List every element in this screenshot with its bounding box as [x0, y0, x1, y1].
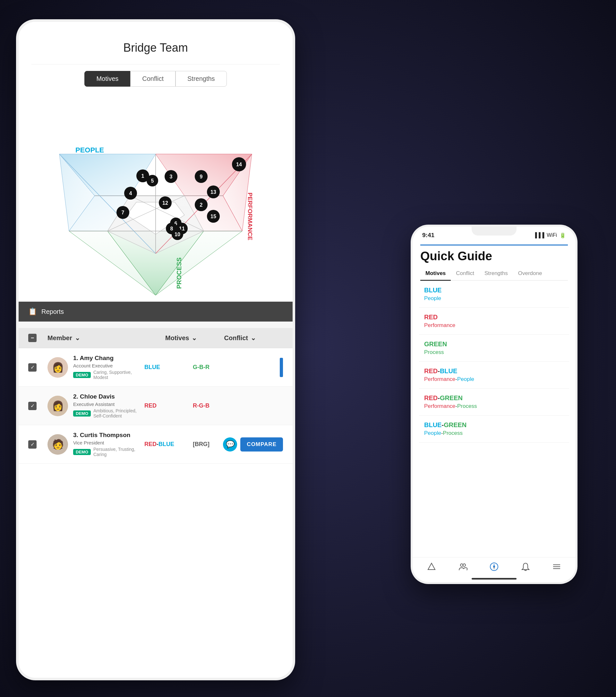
member-table: Member ⌄ Motives ⌄ Conflict ⌄: [19, 328, 292, 678]
svg-text:7: 7: [122, 210, 124, 215]
wifi-icon: WiFi: [547, 232, 557, 238]
tab-motives[interactable]: Motives: [85, 71, 130, 87]
guide-item-red-green[interactable]: RED-GREEN Performance-Process: [419, 389, 569, 416]
table-header: Member ⌄ Motives ⌄ Conflict ⌄: [19, 328, 292, 348]
home-indicator: [471, 578, 516, 580]
svg-text:1: 1: [141, 173, 145, 179]
member-1-traits: Caring, Supportive, Modest: [93, 370, 145, 380]
phone-tab-strengths[interactable]: Strengths: [479, 267, 513, 281]
member-2-info: 👩 2. Chloe Davis Executive Assistant DEM…: [47, 393, 145, 418]
row-2-checkbox[interactable]: [28, 402, 36, 410]
phone-notch: [471, 226, 516, 236]
svg-point-35: [463, 564, 466, 566]
svg-text:13: 13: [210, 189, 216, 195]
process-label: PROCESS: [176, 257, 183, 289]
phone-tab-conflict[interactable]: Conflict: [451, 267, 479, 281]
member-3-name: 3. Curtis Thompson: [73, 432, 145, 439]
tab-strengths[interactable]: Strengths: [176, 71, 227, 87]
member-1-action: [241, 358, 283, 377]
svg-text:8: 8: [170, 226, 173, 232]
guide-red-green-title: RED-GREEN: [424, 395, 564, 402]
phone: 9:41 ▐▐▐ WiFi 🔋 Quick Guide Motives: [411, 225, 577, 584]
svg-text:4: 4: [129, 191, 132, 196]
guide-item-red-blue[interactable]: RED-BLUE Performance-People: [419, 362, 569, 389]
demo-badge-3: DEMO: [73, 449, 91, 455]
page-title: Bridge Team: [19, 35, 292, 55]
scene: Bridge Team Motives Conflict Strengths: [0, 0, 616, 697]
signal-icon: ▐▐▐: [533, 232, 544, 238]
member-1-motives: BLUE: [145, 364, 193, 371]
col-motives[interactable]: Motives ⌄: [165, 334, 224, 342]
col-conflict[interactable]: Conflict ⌄: [224, 334, 283, 342]
chat-icon[interactable]: 💬: [223, 438, 237, 451]
svg-point-37: [493, 566, 495, 568]
motives-sort-icon: ⌄: [192, 334, 197, 342]
reports-label: Reports: [41, 308, 64, 315]
table-row: 👩 2. Chloe Davis Executive Assistant DEM…: [19, 387, 292, 425]
table-row: 🧑 3. Curtis Thompson Vice President DEMO…: [19, 425, 292, 464]
member-sort-icon: ⌄: [75, 334, 80, 342]
guide-red-blue-title: RED-BLUE: [424, 368, 564, 375]
row-1-checkbox[interactable]: [28, 363, 36, 372]
svg-text:12: 12: [162, 200, 168, 206]
svg-text:3: 3: [170, 174, 172, 179]
row-3-checkbox[interactable]: [28, 440, 36, 449]
nav-compass[interactable]: [489, 562, 499, 572]
member-1-info: 👩 1. Amy Chang Account Executive DEMO Ca…: [47, 355, 145, 380]
member-1-name: 1. Amy Chang: [73, 355, 145, 362]
nav-people[interactable]: [458, 562, 467, 572]
compare-button[interactable]: COMPARE: [240, 438, 283, 451]
guide-item-green[interactable]: GREEN Process: [419, 335, 569, 362]
guide-red-sub: Performance: [424, 322, 564, 329]
phone-tabs: Motives Conflict Strengths Overdone: [420, 267, 568, 281]
member-3-action[interactable]: 💬 COMPARE: [241, 438, 283, 451]
phone-time: 9:41: [422, 232, 434, 239]
avatar-curtis: 🧑: [47, 434, 68, 455]
battery-icon: 🔋: [559, 232, 566, 238]
nav-menu[interactable]: [552, 562, 561, 572]
member-2-name: 2. Chloe Davis: [73, 393, 145, 400]
performance-label: PERFORMANCE: [247, 193, 254, 240]
tab-conflict[interactable]: Conflict: [130, 71, 176, 87]
reports-bar[interactable]: 📋 Reports: [19, 302, 292, 322]
phone-signal-icons: ▐▐▐ WiFi 🔋: [533, 232, 566, 238]
col-member[interactable]: Member ⌄: [47, 334, 165, 342]
member-2-title: Executive Assistant: [73, 401, 145, 407]
guide-item-red[interactable]: RED Performance: [419, 308, 569, 335]
member-3-motives: RED-BLUE: [145, 441, 193, 448]
svg-text:2: 2: [200, 202, 203, 208]
phone-content: Quick Guide Motives Conflict Strengths O…: [412, 241, 575, 582]
nav-triangle[interactable]: [427, 562, 436, 572]
svg-text:15: 15: [210, 214, 216, 219]
guide-red-green-sub: Performance-Process: [424, 403, 564, 410]
guide-blue-sub: People: [424, 295, 564, 302]
phone-guide-list: BLUE People RED Performance GREEN Proces…: [412, 281, 575, 557]
svg-text:9: 9: [200, 174, 203, 179]
demo-badge-2: DEMO: [73, 411, 91, 417]
people-label: PEOPLE: [75, 146, 104, 154]
guide-blue-title: BLUE: [424, 286, 564, 294]
guide-item-blue[interactable]: BLUE People: [419, 281, 569, 308]
guide-item-blue-green[interactable]: BLUE-GREEN People-Process: [419, 416, 569, 443]
member-3-traits: Persuasive, Trusting, Caring: [93, 447, 145, 457]
guide-blue-green-title: BLUE-GREEN: [424, 421, 564, 429]
phone-header: Quick Guide Motives Conflict Strengths O…: [412, 241, 575, 281]
guide-blue-green-sub: People-Process: [424, 430, 564, 436]
svg-text:5: 5: [151, 178, 154, 183]
phone-tab-overdone[interactable]: Overdone: [513, 267, 547, 281]
member-1-title: Account Executive: [73, 363, 145, 368]
guide-red-title: RED: [424, 313, 564, 321]
triangle-visualization: PEOPLE PERFORMANCE PROCESS 1 5 3: [43, 96, 268, 302]
nav-bell[interactable]: [521, 562, 530, 572]
demo-badge-1: DEMO: [73, 372, 91, 378]
svg-text:14: 14: [236, 162, 242, 167]
guide-green-sub: Process: [424, 349, 564, 356]
member-2-conflict: R-G-B: [193, 402, 241, 409]
select-all-checkbox[interactable]: [28, 334, 36, 342]
conflict-sort-icon: ⌄: [251, 334, 256, 342]
member-3-info: 🧑 3. Curtis Thompson Vice President DEMO…: [47, 432, 145, 457]
tab-bar: Motives Conflict Strengths: [19, 71, 292, 87]
phone-tab-motives[interactable]: Motives: [420, 267, 451, 281]
phone-title: Quick Guide: [420, 249, 568, 263]
avatar-amy: 👩: [47, 357, 68, 378]
